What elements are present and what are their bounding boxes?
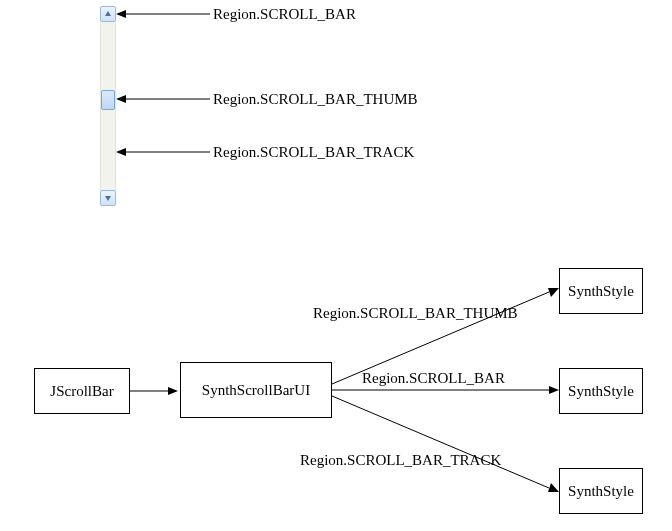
node-synthstyle-3: SynthStyle bbox=[559, 468, 643, 514]
edge-label-scroll-bar: Region.SCROLL_BAR bbox=[362, 370, 505, 387]
chevron-down-icon bbox=[104, 194, 112, 202]
scrollbar-down-button[interactable] bbox=[100, 190, 116, 206]
node-synthscrollbarui: SynthScrollBarUI bbox=[180, 362, 332, 418]
scrollbar-thumb[interactable] bbox=[101, 90, 115, 110]
node-jscrollbar: JScrollBar bbox=[34, 368, 130, 414]
svg-marker-1 bbox=[105, 196, 111, 201]
node-synthstyle-1-label: SynthStyle bbox=[568, 283, 634, 300]
callout-label-scroll-bar: Region.SCROLL_BAR bbox=[213, 6, 356, 23]
scrollbar-up-button[interactable] bbox=[100, 6, 116, 22]
node-synthscrollbarui-label: SynthScrollBarUI bbox=[202, 382, 310, 399]
edge-label-thumb: Region.SCROLL_BAR_THUMB bbox=[313, 305, 518, 322]
chevron-up-icon bbox=[104, 10, 112, 18]
svg-marker-15 bbox=[548, 483, 559, 492]
callout-arrow-scroll-bar bbox=[116, 10, 210, 18]
svg-line-14 bbox=[332, 396, 549, 488]
arrow-ui-to-style3 bbox=[332, 392, 559, 502]
callout-label-track: Region.SCROLL_BAR_TRACK bbox=[213, 144, 414, 161]
arrow-jscrollbar-to-ui bbox=[130, 386, 178, 396]
svg-marker-0 bbox=[105, 11, 111, 16]
svg-marker-11 bbox=[548, 288, 559, 297]
node-synthstyle-3-label: SynthStyle bbox=[568, 483, 634, 500]
svg-marker-9 bbox=[168, 387, 178, 395]
callout-label-thumb: Region.SCROLL_BAR_THUMB bbox=[213, 91, 418, 108]
svg-marker-7 bbox=[116, 148, 126, 156]
node-jscrollbar-label: JScrollBar bbox=[50, 383, 113, 400]
node-synthstyle-2-label: SynthStyle bbox=[568, 383, 634, 400]
edge-label-track: Region.SCROLL_BAR_TRACK bbox=[300, 452, 501, 469]
node-synthstyle-1: SynthStyle bbox=[559, 268, 643, 314]
svg-marker-5 bbox=[116, 95, 126, 103]
callout-arrow-track bbox=[116, 148, 210, 156]
callout-arrow-thumb bbox=[116, 95, 210, 103]
node-synthstyle-2: SynthStyle bbox=[559, 368, 643, 414]
svg-marker-3 bbox=[116, 10, 126, 18]
